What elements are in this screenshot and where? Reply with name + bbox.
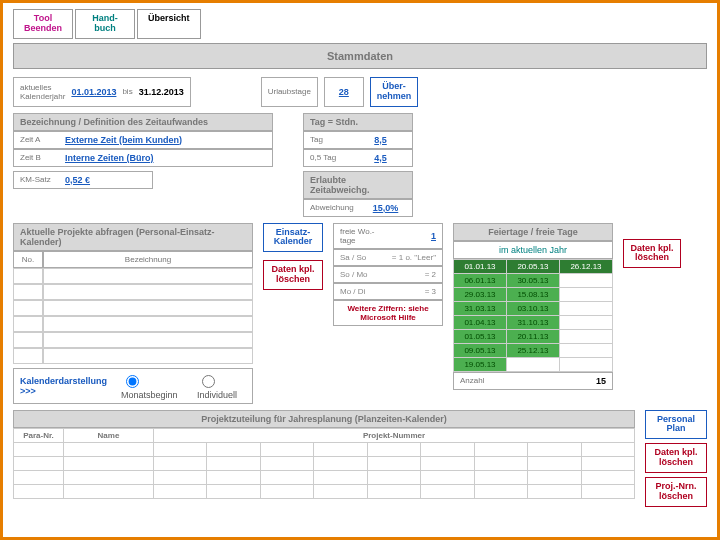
alloc-cell[interactable] bbox=[14, 456, 64, 470]
alloc-cell[interactable] bbox=[474, 456, 527, 470]
proj-cell[interactable] bbox=[43, 316, 253, 332]
alloc-cell[interactable] bbox=[421, 470, 474, 484]
urlaub-value[interactable]: 28 bbox=[324, 77, 364, 107]
feiertag-cell[interactable]: 03.10.13 bbox=[507, 301, 560, 315]
alloc-cell[interactable] bbox=[581, 456, 635, 470]
alloc-cell[interactable] bbox=[474, 484, 527, 498]
feiertag-cell[interactable] bbox=[560, 315, 613, 329]
alloc-cell[interactable] bbox=[421, 442, 474, 456]
feiertag-cell[interactable] bbox=[560, 343, 613, 357]
feiertag-cell[interactable] bbox=[560, 329, 613, 343]
radio-monatsbeginn[interactable]: Monatsbeginn bbox=[121, 372, 183, 400]
alloc-cell[interactable] bbox=[207, 470, 260, 484]
feiertag-cell[interactable]: 15.08.13 bbox=[507, 287, 560, 301]
feiertag-cell[interactable]: 01.04.13 bbox=[454, 315, 507, 329]
tag-half-value[interactable]: 4,5 bbox=[355, 153, 406, 163]
alloc-cell[interactable] bbox=[260, 456, 313, 470]
alloc-cell[interactable] bbox=[64, 442, 154, 456]
alloc-cell[interactable] bbox=[260, 484, 313, 498]
alloc-cell[interactable] bbox=[314, 442, 367, 456]
side-loeschen-button[interactable]: Daten kpl. löschen bbox=[645, 443, 707, 473]
tag-full-value[interactable]: 8,5 bbox=[355, 135, 406, 145]
alloc-cell[interactable] bbox=[207, 456, 260, 470]
tab-ubersicht[interactable]: Übersicht bbox=[137, 9, 201, 39]
alloc-cell[interactable] bbox=[367, 470, 420, 484]
alloc-cell[interactable] bbox=[474, 442, 527, 456]
abw-value[interactable]: 15,0% bbox=[365, 203, 406, 213]
alloc-cell[interactable] bbox=[14, 442, 64, 456]
feiertag-cell[interactable]: 20.11.13 bbox=[507, 329, 560, 343]
tab-tool-beenden[interactable]: Tool Beenden bbox=[13, 9, 73, 39]
alloc-cell[interactable] bbox=[14, 470, 64, 484]
feier-loeschen-button[interactable]: Daten kpl. löschen bbox=[623, 239, 681, 269]
wotage-value[interactable]: 1 bbox=[431, 231, 436, 241]
alloc-cell[interactable] bbox=[581, 470, 635, 484]
zeit-a-value[interactable]: Externe Zeit (beim Kunden) bbox=[65, 135, 266, 145]
alloc-cell[interactable] bbox=[314, 456, 367, 470]
alloc-cell[interactable] bbox=[581, 484, 635, 498]
alloc-cell[interactable] bbox=[64, 456, 154, 470]
feiertag-cell[interactable] bbox=[507, 357, 560, 371]
proj-cell[interactable] bbox=[13, 348, 43, 364]
proj-cell[interactable] bbox=[43, 332, 253, 348]
proj-cell[interactable] bbox=[43, 284, 253, 300]
proj-cell[interactable] bbox=[13, 268, 43, 284]
feiertag-cell[interactable] bbox=[560, 273, 613, 287]
daten-loeschen-button[interactable]: Daten kpl. löschen bbox=[263, 260, 323, 290]
feiertag-cell[interactable]: 31.03.13 bbox=[454, 301, 507, 315]
uebernehmen-button[interactable]: Über- nehmen bbox=[370, 77, 419, 107]
feiertag-cell[interactable] bbox=[560, 357, 613, 371]
alloc-cell[interactable] bbox=[207, 442, 260, 456]
alloc-cell[interactable] bbox=[528, 456, 581, 470]
feiertag-cell[interactable] bbox=[560, 301, 613, 315]
alloc-cell[interactable] bbox=[154, 442, 207, 456]
projnrn-loeschen-button[interactable]: Proj.-Nrn. löschen bbox=[645, 477, 707, 507]
feiertag-cell[interactable]: 19.05.13 bbox=[454, 357, 507, 371]
proj-cell[interactable] bbox=[13, 284, 43, 300]
einsatz-kalender-button[interactable]: Einsatz- Kalender bbox=[263, 223, 323, 253]
radio-individuell[interactable]: Individuell bbox=[197, 372, 246, 400]
alloc-cell[interactable] bbox=[154, 470, 207, 484]
alloc-cell[interactable] bbox=[581, 442, 635, 456]
proj-cell[interactable] bbox=[43, 300, 253, 316]
feiertag-cell[interactable] bbox=[560, 287, 613, 301]
alloc-cell[interactable] bbox=[528, 470, 581, 484]
feiertag-cell[interactable]: 20.05.13 bbox=[507, 259, 560, 273]
tab-handbuch[interactable]: Hand- buch bbox=[75, 9, 135, 39]
personal-plan-button[interactable]: Personal Plan bbox=[645, 410, 707, 440]
alloc-cell[interactable] bbox=[207, 484, 260, 498]
alloc-cell[interactable] bbox=[64, 484, 154, 498]
proj-cell[interactable] bbox=[13, 332, 43, 348]
zeit-b-value[interactable]: Interne Zeiten (Büro) bbox=[65, 153, 266, 163]
alloc-cell[interactable] bbox=[367, 442, 420, 456]
feiertag-cell[interactable]: 26.12.13 bbox=[560, 259, 613, 273]
alloc-cell[interactable] bbox=[474, 470, 527, 484]
alloc-cell[interactable] bbox=[154, 484, 207, 498]
year-from[interactable]: 01.01.2013 bbox=[71, 87, 116, 97]
alloc-cell[interactable] bbox=[528, 442, 581, 456]
feiertag-cell[interactable]: 09.05.13 bbox=[454, 343, 507, 357]
proj-cell[interactable] bbox=[43, 268, 253, 284]
feiertag-cell[interactable]: 01.01.13 bbox=[454, 259, 507, 273]
km-value[interactable]: 0,52 € bbox=[65, 175, 146, 185]
alloc-cell[interactable] bbox=[14, 484, 64, 498]
alloc-cell[interactable] bbox=[367, 484, 420, 498]
feiertag-cell[interactable]: 01.05.13 bbox=[454, 329, 507, 343]
alloc-cell[interactable] bbox=[528, 484, 581, 498]
alloc-cell[interactable] bbox=[421, 456, 474, 470]
alloc-cell[interactable] bbox=[314, 470, 367, 484]
feiertag-cell[interactable]: 30.05.13 bbox=[507, 273, 560, 287]
alloc-cell[interactable] bbox=[154, 456, 207, 470]
alloc-cell[interactable] bbox=[367, 456, 420, 470]
feiertag-cell[interactable]: 06.01.13 bbox=[454, 273, 507, 287]
alloc-cell[interactable] bbox=[64, 470, 154, 484]
alloc-cell[interactable] bbox=[421, 484, 474, 498]
feiertag-cell[interactable]: 25.12.13 bbox=[507, 343, 560, 357]
proj-cell[interactable] bbox=[13, 316, 43, 332]
alloc-cell[interactable] bbox=[260, 442, 313, 456]
feiertag-cell[interactable]: 29.03.13 bbox=[454, 287, 507, 301]
alloc-cell[interactable] bbox=[260, 470, 313, 484]
feiertag-cell[interactable]: 31.10.13 bbox=[507, 315, 560, 329]
proj-cell[interactable] bbox=[13, 300, 43, 316]
alloc-cell[interactable] bbox=[314, 484, 367, 498]
